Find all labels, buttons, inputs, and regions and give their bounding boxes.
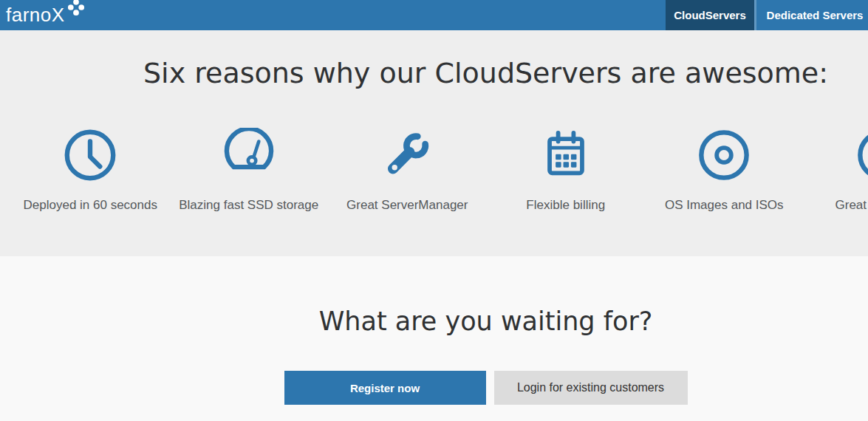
cta-heading: What are you waiting for? xyxy=(0,256,868,337)
tab-dedicated-servers[interactable]: Dedicated Servers xyxy=(756,0,868,30)
calendar-icon xyxy=(539,128,593,182)
feature-label: Great ServerManager xyxy=(346,198,468,213)
tab-cloudservers[interactable]: CloudServers xyxy=(666,0,754,30)
wrench-icon xyxy=(380,128,434,182)
feature-items-row: Deployed in 60 seconds Blazing fast SSD … xyxy=(0,128,868,213)
feature-label: Flexible billing xyxy=(526,198,605,213)
feature-item-deploy: Deployed in 60 seconds xyxy=(11,128,170,213)
feature-item-billing: Flexible billing xyxy=(487,128,646,213)
page: farnoX CloudServers Dedicated Servers Si xyxy=(0,0,868,421)
clock-icon xyxy=(63,128,117,182)
features-heading: Six reasons why our CloudServers are awe… xyxy=(0,30,868,91)
circle-icon xyxy=(855,128,868,182)
feature-item-os-images: OS Images and ISOs xyxy=(645,128,804,213)
nav-tabs: CloudServers Dedicated Servers xyxy=(666,0,868,30)
logo[interactable]: farnoX xyxy=(6,0,85,30)
feature-label: Deployed in 60 seconds xyxy=(24,198,157,213)
cta-buttons-row: Register now Login for existing customer… xyxy=(0,371,868,405)
feature-label: Blazing fast SSD storage xyxy=(179,198,318,213)
feature-label: OS Images and ISOs xyxy=(665,198,784,213)
clover-icon xyxy=(67,0,85,19)
disc-icon xyxy=(697,128,751,182)
browser-viewport: farnoX CloudServers Dedicated Servers Si xyxy=(0,0,868,421)
features-section: Six reasons why our CloudServers are awe… xyxy=(0,30,868,256)
feature-item-servermanager: Great ServerManager xyxy=(328,128,487,213)
speedometer-icon xyxy=(222,128,276,182)
logo-text: farnoX xyxy=(6,0,65,30)
cta-section: What are you waiting for? Register now L… xyxy=(0,256,868,421)
feature-item-great: Great xyxy=(804,128,868,213)
feature-label: Great xyxy=(835,198,867,213)
top-navbar: farnoX CloudServers Dedicated Servers xyxy=(0,0,868,30)
register-button[interactable]: Register now xyxy=(284,371,486,405)
feature-item-ssd: Blazing fast SSD storage xyxy=(170,128,329,213)
login-button[interactable]: Login for existing customers xyxy=(494,371,688,405)
